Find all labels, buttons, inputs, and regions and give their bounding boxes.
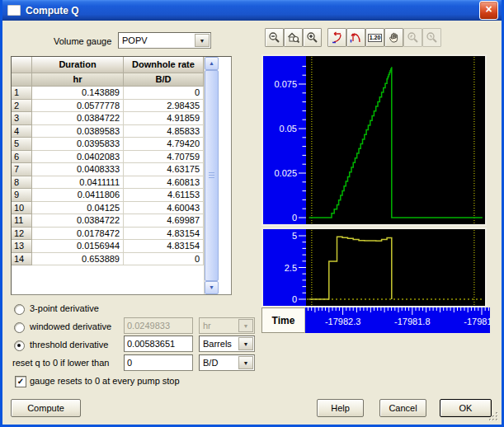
cell[interactable]: 4.69987 bbox=[124, 214, 204, 228]
cell[interactable]: 4.83154 bbox=[124, 228, 204, 241]
chevron-down-icon[interactable]: ▼ bbox=[238, 356, 253, 369]
time-axis-band[interactable]: -17982.3-17981.8-17981.3 bbox=[305, 307, 490, 333]
table-row[interactable]: 30.03847224.91859 bbox=[12, 112, 204, 125]
svg-text:5: 5 bbox=[292, 231, 297, 241]
chevron-down-icon[interactable]: ▼ bbox=[195, 34, 210, 47]
cell[interactable]: 0.0577778 bbox=[32, 100, 124, 113]
table-row[interactable]: 10.1438890 bbox=[12, 87, 204, 100]
cell[interactable]: 4.70759 bbox=[124, 151, 204, 164]
row-header[interactable]: 8 bbox=[12, 176, 32, 190]
pan-button[interactable] bbox=[384, 28, 403, 47]
cell[interactable]: 0 bbox=[124, 253, 204, 266]
resize-grip[interactable] bbox=[488, 411, 499, 422]
cell[interactable]: 4.60813 bbox=[124, 176, 204, 190]
time-axis-label[interactable]: Time bbox=[261, 307, 305, 333]
row-header[interactable]: 9 bbox=[12, 189, 32, 202]
cell[interactable]: 0.0402083 bbox=[32, 151, 124, 164]
cell[interactable]: 4.63175 bbox=[124, 163, 204, 176]
close-button[interactable]: × bbox=[479, 1, 498, 20]
row-header[interactable]: 1 bbox=[12, 87, 32, 100]
axis-format-button[interactable]: 1.20 bbox=[365, 28, 384, 47]
table-row[interactable]: 90.04118064.61153 bbox=[12, 189, 204, 202]
cell[interactable]: 0.0178472 bbox=[32, 228, 124, 241]
cell[interactable]: 4.61153 bbox=[124, 189, 204, 202]
cell[interactable]: 4.91859 bbox=[124, 112, 204, 125]
radio-windowed-derivative[interactable] bbox=[14, 322, 25, 333]
chevron-down-icon[interactable]: ▼ bbox=[238, 337, 253, 350]
help-button[interactable]: Help bbox=[317, 399, 364, 417]
column-header-downhole-rate[interactable]: Downhole rate bbox=[124, 57, 204, 73]
zoom-in-button[interactable] bbox=[303, 28, 322, 47]
rate-chart[interactable]: 02.55 bbox=[263, 229, 485, 306]
cell[interactable]: 0.0384722 bbox=[32, 112, 124, 125]
row-header[interactable]: 12 bbox=[12, 228, 32, 241]
threshold-value-field[interactable] bbox=[124, 336, 193, 352]
radio-3-point-derivative[interactable] bbox=[14, 304, 25, 315]
x-axis-scale-button[interactable] bbox=[327, 28, 346, 47]
table-row[interactable]: 110.03847224.69987 bbox=[12, 214, 204, 228]
table-row[interactable]: 40.03895834.85833 bbox=[12, 125, 204, 138]
zoom-out-button[interactable] bbox=[265, 28, 284, 47]
scroll-up-icon[interactable]: ▲ bbox=[205, 57, 219, 70]
reset-q-field[interactable] bbox=[124, 354, 193, 371]
ok-button[interactable]: OK bbox=[440, 399, 492, 417]
cell[interactable]: 0.0395833 bbox=[32, 138, 124, 151]
scroll-down-icon[interactable]: ▼ bbox=[205, 281, 219, 294]
cancel-button[interactable]: Cancel bbox=[379, 399, 426, 417]
row-header[interactable]: 3 bbox=[12, 112, 32, 125]
volume-gauge-select[interactable]: POPV ▼ bbox=[118, 32, 211, 49]
y-axis-scale-button[interactable] bbox=[346, 28, 365, 47]
column-header-duration[interactable]: Duration bbox=[32, 57, 124, 73]
cell[interactable]: 4.60043 bbox=[124, 202, 204, 215]
threshold-unit-select[interactable]: Barrels ▼ bbox=[199, 336, 255, 352]
cell[interactable]: 0.0384722 bbox=[32, 214, 124, 228]
cell[interactable]: 0.0411806 bbox=[32, 189, 124, 202]
cell[interactable]: 0.0156944 bbox=[32, 240, 124, 253]
zoom-reset-button[interactable] bbox=[284, 28, 303, 47]
table-row[interactable]: 140.6538890 bbox=[12, 253, 204, 266]
table-scrollbar[interactable]: ▲ ▼ bbox=[204, 57, 219, 294]
gauge-reset-checkbox-label[interactable]: gauge resets to 0 at every pump stop bbox=[30, 376, 180, 386]
volume-chart[interactable]: 00.0250.050.075 bbox=[263, 56, 485, 224]
cell[interactable]: 0.653889 bbox=[32, 253, 124, 266]
table-row[interactable]: 120.01784724.83154 bbox=[12, 228, 204, 241]
cell[interactable]: 0 bbox=[124, 87, 204, 100]
cell[interactable]: 4.83154 bbox=[124, 240, 204, 253]
cell[interactable]: 2.98435 bbox=[124, 100, 204, 113]
row-header[interactable]: 10 bbox=[12, 202, 32, 215]
gauge-reset-checkbox[interactable]: ✓ bbox=[15, 376, 26, 387]
compute-button[interactable]: Compute bbox=[11, 399, 81, 417]
row-header[interactable]: 5 bbox=[12, 138, 32, 151]
row-header[interactable]: 13 bbox=[12, 240, 32, 253]
cell[interactable]: 0.0411111 bbox=[32, 176, 124, 190]
row-header[interactable]: 11 bbox=[12, 214, 32, 228]
unit-header-hr: hr bbox=[32, 73, 124, 87]
titlebar[interactable]: Compute Q × bbox=[2, 0, 502, 21]
radio-windowed-label[interactable]: windowed derivative bbox=[30, 321, 111, 331]
scrollbar-thumb[interactable] bbox=[205, 70, 219, 281]
cell[interactable]: 0.143889 bbox=[32, 87, 124, 100]
row-header[interactable]: 4 bbox=[12, 125, 32, 138]
cell[interactable]: 4.85833 bbox=[124, 125, 204, 138]
windowed-unit-select[interactable]: hr ▼ bbox=[199, 317, 255, 334]
table-row[interactable]: 70.04083334.63175 bbox=[12, 163, 204, 176]
reset-q-unit-select[interactable]: B/D ▼ bbox=[199, 354, 255, 371]
row-header[interactable]: 2 bbox=[12, 100, 32, 113]
cell[interactable]: 0.0389583 bbox=[32, 125, 124, 138]
windowed-value-field[interactable] bbox=[124, 317, 193, 334]
radio-threshold-label[interactable]: threshold derivative bbox=[30, 340, 108, 350]
cell[interactable]: 4.79420 bbox=[124, 138, 204, 151]
row-header[interactable]: 14 bbox=[12, 253, 32, 266]
cell[interactable]: 0.0408333 bbox=[32, 163, 124, 176]
radio-3-point-label[interactable]: 3-point derivative bbox=[30, 303, 99, 313]
table-row[interactable]: 20.05777782.98435 bbox=[12, 100, 204, 113]
table-row[interactable]: 60.04020834.70759 bbox=[12, 151, 204, 164]
table-row[interactable]: 50.03958334.79420 bbox=[12, 138, 204, 151]
table-row[interactable]: 130.01569444.83154 bbox=[12, 240, 204, 253]
radio-threshold-derivative[interactable] bbox=[14, 340, 25, 351]
cell[interactable]: 0.04125 bbox=[32, 202, 124, 215]
table-row[interactable]: 80.04111114.60813 bbox=[12, 176, 204, 190]
row-header[interactable]: 6 bbox=[12, 151, 32, 164]
row-header[interactable]: 7 bbox=[12, 163, 32, 176]
table-row[interactable]: 100.041254.60043 bbox=[12, 202, 204, 215]
